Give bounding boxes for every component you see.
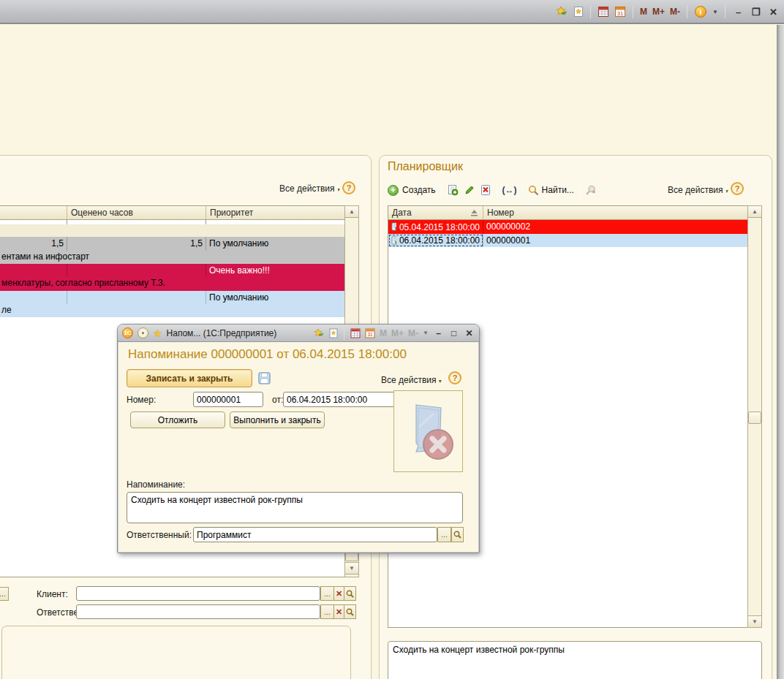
save-and-close-button[interactable]: Записать и закрыть <box>127 369 252 387</box>
scroll-up-button[interactable]: ▲ <box>344 205 359 218</box>
info-icon[interactable]: i <box>694 5 707 18</box>
dialog-titlebar[interactable]: 1C ▼ ★ Напом... (1С:Предприятие) 31 M M+… <box>118 325 479 342</box>
divider <box>590 5 591 18</box>
calendar-icon[interactable]: 31 <box>614 6 626 18</box>
copy-icon[interactable] <box>447 184 459 196</box>
star-icon[interactable]: ★ <box>153 327 162 339</box>
memory-plus-button[interactable]: M+ <box>652 7 665 17</box>
more-button[interactable]: ... <box>0 587 9 601</box>
save-icon[interactable] <box>258 372 271 384</box>
table-row[interactable]: менклатуры, согласно присланному Т.З. <box>0 277 344 291</box>
table-row[interactable]: По умолчанию <box>0 291 344 304</box>
add-favorite-icon[interactable] <box>314 328 325 338</box>
restore-button[interactable]: ❐ <box>750 7 762 18</box>
scrollbar-thumb[interactable] <box>748 411 761 424</box>
memory-minus-button[interactable]: M- <box>670 7 680 17</box>
table-row[interactable]: Очень важно!!! <box>0 264 344 277</box>
table-row[interactable]: 1,5 1,5 По умолчанию <box>0 237 344 251</box>
window-right-scrollbar[interactable] <box>777 25 784 679</box>
magnifier-icon <box>453 531 461 539</box>
client-select-button[interactable]: ... <box>320 586 334 601</box>
responsible-clear-button[interactable]: ✕ <box>333 604 344 619</box>
number-input[interactable] <box>193 392 263 407</box>
table-row[interactable] <box>0 220 344 224</box>
postpone-button[interactable]: Отложить <box>130 411 225 428</box>
task-col-task[interactable] <box>0 206 67 219</box>
table-row-selected[interactable]: 06.04.2015 18:00:00 000000001 <box>388 234 747 247</box>
dialog-responsible-label: Ответственный: <box>127 530 192 540</box>
task-table-header[interactable]: Оценено часов Приоритет <box>0 206 344 220</box>
divider <box>497 183 497 197</box>
planner-all-actions-button[interactable]: Все действия ▾ <box>668 185 728 195</box>
scroll-down-button[interactable]: ▼ <box>747 615 762 628</box>
memory-button: M <box>380 328 387 338</box>
responsible-select-button[interactable]: ... <box>320 604 334 619</box>
task-help-button[interactable]: ? <box>342 181 355 194</box>
task-col-priority[interactable]: Приоритет <box>206 206 344 219</box>
1c-logo-icon: 1C <box>122 327 133 338</box>
responsible-open-button[interactable] <box>344 604 356 619</box>
memory-minus-button: M- <box>408 328 418 338</box>
scroll-up-button[interactable]: ▲ <box>747 205 762 218</box>
task-comment-box[interactable] <box>1 626 351 679</box>
divider <box>522 183 523 197</box>
find-button[interactable]: Найти... <box>528 185 574 196</box>
client-open-button[interactable] <box>344 586 356 601</box>
dialog-title: Напом... (1С:Предприятие) <box>167 328 277 338</box>
responsible-input[interactable] <box>76 604 320 619</box>
client-input[interactable] <box>76 586 320 601</box>
magnifier-icon <box>346 590 354 598</box>
divider <box>337 182 338 195</box>
client-label: Клиент: <box>37 589 68 599</box>
create-button[interactable]: + Создать <box>388 185 436 196</box>
planner-note-box[interactable]: Сходить на концерт известной рок-группы <box>388 641 762 679</box>
task-col-hours[interactable]: Оценено часов <box>67 206 206 219</box>
plus-icon: + <box>388 185 399 196</box>
dialog-help-button[interactable]: ? <box>448 371 461 384</box>
svg-text:31: 31 <box>367 332 373 337</box>
memory-button[interactable]: M <box>640 7 647 17</box>
clear-find-icon <box>585 185 597 196</box>
do-and-close-button[interactable]: Выполнить и закрыть <box>230 411 325 428</box>
table-row[interactable]: 05.04.2015 18:00:00 000000002 <box>388 220 747 234</box>
calculator-icon[interactable] <box>598 6 609 18</box>
table-row[interactable]: ле <box>0 304 344 317</box>
dialog-responsible-open-button[interactable] <box>451 527 464 542</box>
planner-col-date[interactable]: Дата <box>388 206 483 219</box>
dialog-heading: Напоминание 000000001 от 06.04.2015 18:0… <box>128 347 407 362</box>
close-button[interactable]: ✕ <box>767 7 780 18</box>
add-favorite-icon[interactable] <box>556 6 568 18</box>
planner-col-number[interactable]: Номер <box>483 206 747 219</box>
chevron-down-icon[interactable]: ▼ <box>712 9 718 15</box>
dialog-responsible-select-button[interactable]: ... <box>437 527 451 542</box>
favorites-page-icon[interactable] <box>573 6 584 18</box>
table-row[interactable]: ентами на инфостарт <box>0 251 344 264</box>
planner-title: Планировщик <box>388 160 463 173</box>
favorites-page-icon[interactable] <box>329 328 338 338</box>
planner-note-text: Сходить на концерт известной рок-группы <box>393 645 565 655</box>
svg-text:i: i <box>700 8 702 16</box>
set-interval-icon[interactable]: (↔) <box>502 185 517 195</box>
dialog-close-button[interactable]: ✕ <box>464 328 475 338</box>
calendar-icon[interactable]: 31 <box>365 328 375 338</box>
dialog-responsible-input[interactable] <box>193 527 437 542</box>
delete-icon[interactable] <box>480 184 491 196</box>
chevron-down-icon[interactable]: ▼ <box>423 330 429 336</box>
dialog-minimize-button[interactable]: – <box>433 328 444 338</box>
client-clear-button[interactable]: ✕ <box>333 586 344 601</box>
calculator-icon[interactable] <box>350 328 361 338</box>
task-all-actions-button[interactable]: Все действия ▾ <box>279 183 340 194</box>
dialog-all-actions-button[interactable]: Все действия ▾ <box>381 375 442 385</box>
minimize-button[interactable]: – <box>732 7 745 18</box>
table-row[interactable] <box>0 224 344 237</box>
planner-table-header[interactable]: Дата Номер <box>388 206 747 220</box>
planner-help-button[interactable]: ? <box>731 182 744 195</box>
system-menu-button[interactable]: ▼ <box>137 327 148 338</box>
reminder-textarea[interactable]: Сходить на концерт известной рок-группы <box>127 492 463 523</box>
attachment-image-box[interactable] <box>393 390 463 472</box>
divider <box>579 183 580 197</box>
svg-text:31: 31 <box>617 10 623 17</box>
scroll-down-button[interactable]: ▼ <box>344 562 359 574</box>
edit-pencil-icon[interactable] <box>464 185 475 196</box>
dialog-maximize-button[interactable]: □ <box>448 328 459 338</box>
